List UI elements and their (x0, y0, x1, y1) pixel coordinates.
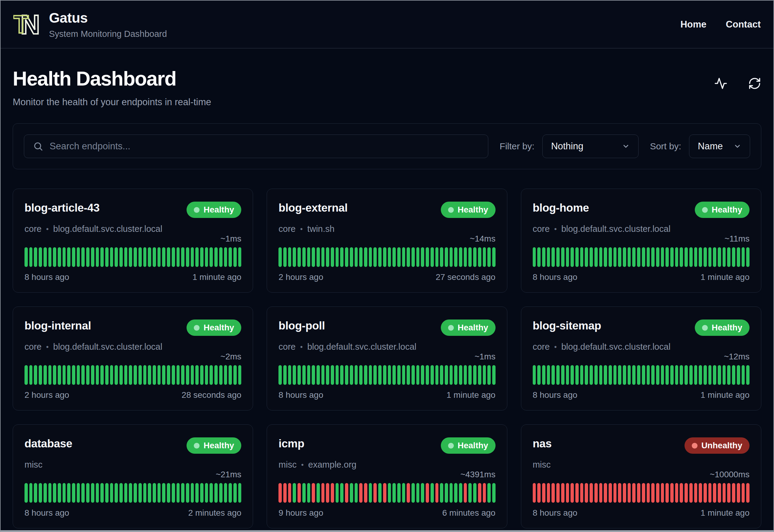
healthy-result-bar[interactable] (388, 247, 391, 267)
healthy-result-bar[interactable] (742, 247, 745, 267)
healthy-result-bar[interactable] (302, 483, 306, 503)
unhealthy-result-bar[interactable] (723, 483, 726, 503)
healthy-result-bar[interactable] (39, 247, 42, 267)
healthy-result-bar[interactable] (233, 365, 237, 385)
healthy-result-bar[interactable] (647, 365, 650, 385)
healthy-result-bar[interactable] (618, 247, 621, 267)
healthy-result-bar[interactable] (148, 483, 151, 503)
healthy-result-bar[interactable] (214, 365, 218, 385)
healthy-result-bar[interactable] (599, 365, 603, 385)
healthy-result-bar[interactable] (195, 365, 199, 385)
healthy-result-bar[interactable] (283, 247, 287, 267)
healthy-result-bar[interactable] (547, 247, 550, 267)
healthy-result-bar[interactable] (604, 247, 607, 267)
healthy-result-bar[interactable] (708, 247, 712, 267)
healthy-result-bar[interactable] (58, 247, 61, 267)
healthy-result-bar[interactable] (454, 247, 457, 267)
healthy-result-bar[interactable] (317, 483, 320, 503)
healthy-result-bar[interactable] (704, 365, 707, 385)
healthy-result-bar[interactable] (24, 365, 28, 385)
healthy-result-bar[interactable] (416, 247, 420, 267)
unhealthy-result-bar[interactable] (718, 483, 721, 503)
healthy-result-bar[interactable] (397, 247, 401, 267)
healthy-result-bar[interactable] (685, 365, 688, 385)
healthy-result-bar[interactable] (191, 365, 194, 385)
endpoint-card[interactable]: blog-article-43 Healthy core • blog.defa… (13, 189, 253, 293)
unhealthy-result-bar[interactable] (326, 483, 329, 503)
search-input[interactable] (24, 135, 488, 158)
healthy-result-bar[interactable] (723, 365, 726, 385)
healthy-result-bar[interactable] (473, 483, 476, 503)
unhealthy-result-bar[interactable] (580, 483, 584, 503)
healthy-result-bar[interactable] (293, 365, 296, 385)
healthy-result-bar[interactable] (547, 365, 550, 385)
healthy-result-bar[interactable] (67, 247, 70, 267)
unhealthy-result-bar[interactable] (604, 483, 607, 503)
healthy-result-bar[interactable] (153, 483, 156, 503)
healthy-result-bar[interactable] (278, 365, 282, 385)
healthy-result-bar[interactable] (105, 365, 109, 385)
healthy-result-bar[interactable] (238, 483, 242, 503)
healthy-result-bar[interactable] (336, 365, 339, 385)
healthy-result-bar[interactable] (450, 247, 453, 267)
refresh-icon[interactable] (748, 77, 761, 90)
healthy-result-bar[interactable] (307, 483, 311, 503)
healthy-result-bar[interactable] (331, 365, 334, 385)
unhealthy-result-bar[interactable] (689, 483, 693, 503)
healthy-result-bar[interactable] (224, 365, 227, 385)
healthy-result-bar[interactable] (464, 365, 467, 385)
unhealthy-result-bar[interactable] (675, 483, 678, 503)
unhealthy-result-bar[interactable] (594, 483, 598, 503)
healthy-result-bar[interactable] (585, 247, 588, 267)
healthy-result-bar[interactable] (138, 365, 142, 385)
healthy-result-bar[interactable] (86, 365, 89, 385)
healthy-result-bar[interactable] (478, 365, 481, 385)
healthy-result-bar[interactable] (378, 483, 382, 503)
endpoint-card[interactable]: blog-external Healthy core • twin.sh ~14… (267, 189, 507, 293)
unhealthy-result-bar[interactable] (704, 483, 707, 503)
healthy-result-bar[interactable] (637, 365, 640, 385)
healthy-result-bar[interactable] (229, 247, 232, 267)
healthy-result-bar[interactable] (609, 365, 612, 385)
healthy-result-bar[interactable] (680, 247, 683, 267)
healthy-result-bar[interactable] (321, 247, 325, 267)
healthy-result-bar[interactable] (459, 247, 462, 267)
healthy-result-bar[interactable] (364, 365, 367, 385)
healthy-result-bar[interactable] (24, 483, 28, 503)
healthy-result-bar[interactable] (355, 483, 358, 503)
healthy-result-bar[interactable] (177, 483, 180, 503)
healthy-result-bar[interactable] (177, 247, 180, 267)
healthy-result-bar[interactable] (100, 365, 104, 385)
healthy-result-bar[interactable] (369, 365, 372, 385)
healthy-result-bar[interactable] (81, 483, 85, 503)
filter-select[interactable]: Nothing (542, 135, 639, 158)
healthy-result-bar[interactable] (487, 365, 491, 385)
healthy-result-bar[interactable] (590, 247, 593, 267)
endpoint-card[interactable]: blog-internal Healthy core • blog.defaul… (13, 307, 253, 410)
healthy-result-bar[interactable] (699, 365, 702, 385)
healthy-result-bar[interactable] (675, 365, 678, 385)
healthy-result-bar[interactable] (86, 247, 89, 267)
healthy-result-bar[interactable] (604, 365, 607, 385)
endpoint-card[interactable]: blog-sitemap Healthy core • blog.default… (521, 307, 761, 410)
healthy-result-bar[interactable] (340, 365, 343, 385)
healthy-result-bar[interactable] (746, 365, 750, 385)
healthy-result-bar[interactable] (468, 247, 472, 267)
healthy-result-bar[interactable] (317, 247, 320, 267)
healthy-result-bar[interactable] (224, 483, 227, 503)
unhealthy-result-bar[interactable] (699, 483, 702, 503)
healthy-result-bar[interactable] (421, 247, 424, 267)
healthy-result-bar[interactable] (665, 365, 669, 385)
unhealthy-result-bar[interactable] (642, 483, 645, 503)
healthy-result-bar[interactable] (680, 365, 683, 385)
healthy-result-bar[interactable] (402, 247, 405, 267)
healthy-result-bar[interactable] (727, 247, 730, 267)
healthy-result-bar[interactable] (138, 247, 142, 267)
healthy-result-bar[interactable] (416, 365, 420, 385)
healthy-result-bar[interactable] (72, 247, 75, 267)
healthy-result-bar[interactable] (336, 483, 339, 503)
healthy-result-bar[interactable] (364, 247, 367, 267)
healthy-result-bar[interactable] (473, 365, 476, 385)
healthy-result-bar[interactable] (392, 365, 396, 385)
healthy-result-bar[interactable] (708, 365, 712, 385)
